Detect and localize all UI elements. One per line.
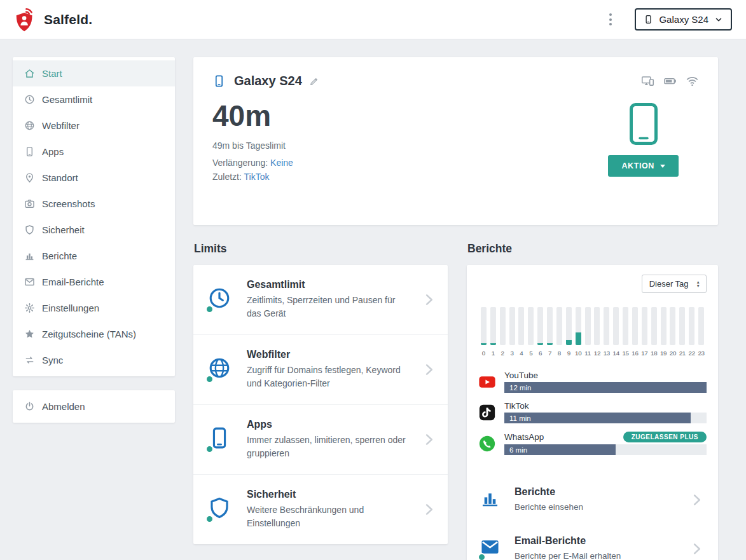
hour-bar-15: 15: [621, 307, 630, 357]
sidebar-item-zeitgutscheine-tans[interactable]: Zeitgutscheine (TANs): [13, 321, 175, 347]
limit-item-gesamtlimit[interactable]: GesamtlimitZeitlimits, Sperrzeiten und P…: [193, 265, 448, 334]
sidebar-item-label: Apps: [42, 146, 64, 157]
limit-item-description: Zugriff für Domains festlegen, Keyword u…: [247, 364, 407, 390]
sidebar-item-label: Berichte: [42, 250, 77, 261]
time-remaining: 49m bis Tageslimit: [212, 140, 293, 151]
top-bar: Salfeld. Galaxy S24: [0, 0, 746, 39]
salfeld-logo-icon: [13, 7, 39, 32]
globe-icon: [24, 120, 35, 131]
hour-bar-10: 10: [574, 307, 583, 357]
chevron-right-icon: [420, 431, 438, 448]
hour-bar-3: 3: [508, 307, 517, 357]
sidebar-item-label: Start: [42, 68, 62, 79]
hour-bar-12: 12: [593, 307, 602, 357]
hour-bar-14: 14: [611, 307, 621, 357]
brand-name: Salfeld.: [44, 12, 92, 27]
sidebar-item-label: Gesamtlimit: [42, 94, 92, 105]
device-card: Galaxy S24 40m 49m bis Tageslimit Verlän…: [193, 57, 718, 225]
sidebar-item-sicherheit[interactable]: Sicherheit: [13, 217, 175, 243]
extension-link[interactable]: Keine: [270, 158, 293, 168]
hour-bar-13: 13: [602, 307, 611, 357]
devices-icon: [641, 74, 654, 88]
sidebar-item-standort[interactable]: Standort: [13, 165, 175, 191]
hour-bar-23: 23: [696, 307, 706, 357]
sidebar: StartGesamtlimitWebfilterAppsStandortScr…: [13, 57, 175, 560]
edit-device-name-button[interactable]: [309, 76, 319, 86]
sidebar-nav: StartGesamtlimitWebfilterAppsStandortScr…: [13, 57, 175, 376]
hour-bar-9: 9: [564, 307, 574, 357]
select-arrows-icon: ▲▼: [696, 280, 700, 288]
hour-bar-20: 20: [668, 307, 678, 357]
sidebar-item-label: Email-Berichte: [42, 277, 104, 287]
usage-duration: 12 min: [504, 384, 532, 392]
hour-bar-1: 1: [488, 307, 498, 357]
camera-icon: [24, 198, 35, 209]
bar-chart-icon: [480, 488, 502, 513]
limit-item-sicherheit[interactable]: SicherheitWeitere Beschränkungen und Ein…: [193, 474, 448, 544]
report-link-email-berichte[interactable]: Email-BerichteBerichte per E-Mail erhalt…: [478, 524, 707, 560]
logout-card: Abmelden: [13, 390, 175, 423]
chevron-right-icon: [420, 361, 438, 378]
app-name: YouTube: [504, 371, 538, 380]
report-link-title: Berichte: [515, 486, 583, 498]
report-links: BerichteBerichte einsehenEmail-BerichteB…: [478, 475, 707, 560]
usage-duration: 6 min: [504, 446, 527, 454]
sidebar-item-label: Einstellungen: [42, 303, 99, 313]
hour-bar-5: 5: [526, 307, 535, 357]
sidebar-item-berichte[interactable]: Berichte: [13, 243, 175, 269]
action-button[interactable]: AKTION: [608, 155, 679, 177]
hour-bar-4: 4: [517, 307, 527, 357]
hour-bar-2: 2: [498, 307, 508, 357]
youtube-icon: [478, 373, 496, 391]
kebab-menu-button[interactable]: [604, 10, 617, 29]
app-usage-list: YouTube12 minTikTok11 minWhatsAppZUGELAS…: [478, 371, 707, 455]
chevron-right-icon: [688, 540, 705, 557]
sidebar-item-label: Webfilter: [42, 120, 79, 131]
sidebar-item-start[interactable]: Start: [13, 60, 175, 86]
limit-item-title: Sicherheit: [247, 489, 407, 500]
limit-item-webfilter[interactable]: WebfilterZugriff für Domains festlegen, …: [193, 334, 448, 404]
device-title: Galaxy S24: [234, 74, 302, 88]
status-badge: ZUGELASSEN PLUS: [623, 432, 707, 442]
device-selector-label: Galaxy S24: [659, 14, 708, 25]
hour-bar-8: 8: [555, 307, 564, 357]
shield-icon: [24, 224, 35, 235]
home-icon: [24, 68, 35, 79]
sidebar-item-abmelden[interactable]: Abmelden: [13, 393, 175, 420]
hour-bar-18: 18: [649, 307, 659, 357]
sidebar-item-einstellungen[interactable]: Einstellungen: [13, 295, 175, 321]
sidebar-item-email-berichte[interactable]: Email-Berichte: [13, 269, 175, 295]
usage-bar-track: 11 min: [504, 413, 707, 423]
limit-item-title: Gesamtlimit: [247, 279, 407, 290]
report-link-title: Email-Berichte: [515, 535, 621, 547]
last-app-link[interactable]: TikTok: [244, 172, 270, 182]
hour-bar-11: 11: [583, 307, 593, 357]
limits-card: GesamtlimitZeitlimits, Sperrzeiten und P…: [193, 265, 448, 544]
sidebar-item-screenshots[interactable]: Screenshots: [13, 191, 175, 217]
sidebar-item-webfilter[interactable]: Webfilter: [13, 113, 175, 139]
status-dot: [205, 445, 214, 453]
sidebar-item-label: Screenshots: [42, 198, 95, 209]
device-selector[interactable]: Galaxy S24: [635, 8, 732, 31]
limit-item-apps[interactable]: AppsImmer zulassen, limitieren, sperren …: [193, 404, 448, 474]
limit-item-description: Immer zulassen, limitieren, sperren oder…: [247, 434, 407, 460]
extension-label: Verlängerung:: [212, 158, 268, 168]
period-select[interactable]: Dieser Tag ▲▼: [642, 275, 707, 293]
globe-icon: [207, 356, 233, 384]
app-usage-row-tiktok: TikTok11 min: [478, 401, 707, 423]
shield-icon: [207, 496, 233, 524]
map-pin-icon: [24, 172, 35, 183]
sidebar-item-gesamtlimit[interactable]: Gesamtlimit: [13, 86, 175, 113]
limit-item-title: Webfilter: [247, 349, 407, 360]
report-link-berichte[interactable]: BerichteBerichte einsehen: [478, 475, 707, 524]
star-icon: [24, 329, 35, 339]
limit-item-description: Weitere Beschränkungen und Einstellungen: [247, 503, 407, 530]
app-name: TikTok: [504, 401, 529, 411]
sidebar-item-sync[interactable]: Sync: [13, 347, 175, 373]
hour-bar-19: 19: [659, 307, 668, 357]
sidebar-item-label: Sync: [42, 355, 63, 365]
hourly-usage-chart: 01234567891011121314151617181920212223: [478, 307, 707, 357]
sidebar-item-apps[interactable]: Apps: [13, 139, 175, 165]
sidebar-item-label: Zeitgutscheine (TANs): [42, 329, 136, 339]
caret-down-icon: [660, 165, 665, 168]
